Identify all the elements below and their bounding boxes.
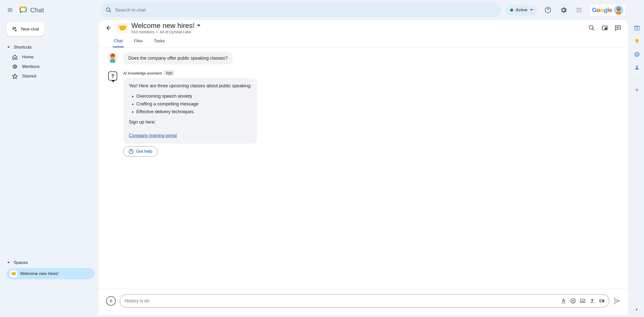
message-row: Does the company offer public speaking c…: [108, 52, 619, 64]
app-logo[interactable]: Chat: [18, 5, 44, 15]
tab-tasks[interactable]: Tasks: [153, 35, 166, 47]
chevron-down-icon: [7, 261, 10, 264]
google-account-badge[interactable]: Google: [589, 4, 626, 16]
chevron-down-icon: [530, 8, 533, 12]
svg-point-21: [113, 57, 114, 58]
svg-point-3: [577, 8, 578, 9]
back-button[interactable]: [103, 22, 114, 33]
help-icon: [129, 149, 134, 154]
svg-point-6: [577, 10, 578, 11]
gif-icon: GIF: [580, 298, 585, 304]
get-addons-button[interactable]: [634, 87, 640, 93]
user-avatar: [108, 53, 118, 63]
upload-icon: [589, 298, 595, 304]
svg-rect-17: [605, 27, 607, 29]
svg-point-5: [581, 8, 582, 9]
upload-button[interactable]: [589, 298, 595, 304]
nav-home-label: Home: [22, 55, 33, 60]
message-bubble: Does the company offer public speaking c…: [123, 52, 233, 64]
tab-chat[interactable]: Chat: [113, 35, 124, 47]
space-title: Welcome new hires!: [131, 22, 195, 30]
at-icon: [12, 64, 18, 69]
space-header: 🤝 Welcome new hires! 510 members • All o…: [99, 20, 628, 35]
space-subtitle: 510 members • All of Cymbal Labs: [131, 30, 201, 34]
new-chat-icon: [12, 26, 18, 32]
right-rail: 31: [630, 0, 644, 317]
svg-point-33: [636, 66, 638, 67]
spaces-header[interactable]: Spaces: [2, 258, 97, 268]
svg-point-7: [579, 10, 580, 11]
nav-home[interactable]: Home: [2, 52, 97, 62]
help-button[interactable]: [542, 5, 553, 16]
home-icon: [12, 54, 18, 60]
nav-starred-label: Starred: [22, 74, 36, 79]
gear-icon: [560, 7, 567, 13]
chevron-down-icon: [197, 24, 201, 28]
app-badge: App: [164, 70, 174, 75]
format-button[interactable]: [561, 298, 566, 304]
help-icon: [545, 7, 551, 13]
apps-icon: [576, 7, 582, 13]
svg-point-24: [572, 300, 573, 301]
chevron-down-icon: [7, 46, 10, 49]
ai-avatar: ?: [108, 71, 118, 81]
add-attachment-button[interactable]: [106, 296, 116, 306]
app-name: Chat: [30, 6, 44, 14]
messages-area: Does the company offer public speaking c…: [99, 48, 628, 289]
status-pill[interactable]: Active: [506, 5, 538, 16]
star-icon: [12, 73, 18, 79]
shortcuts-title: Shortcuts: [14, 45, 32, 50]
account-avatar[interactable]: [614, 6, 623, 15]
svg-point-10: [579, 12, 580, 13]
panel-icon: [601, 25, 608, 31]
new-chat-button[interactable]: New chat: [6, 22, 45, 36]
shortcuts-header[interactable]: Shortcuts: [2, 42, 97, 52]
space-item-label: Welcome new hires!: [20, 271, 59, 276]
arrow-left-icon: [105, 25, 112, 31]
svg-point-23: [571, 299, 575, 303]
format-icon: [561, 298, 566, 304]
composer-input-wrap[interactable]: GIF: [120, 294, 609, 307]
space-search-button[interactable]: [586, 22, 597, 33]
spaces-title: Spaces: [14, 260, 28, 265]
settings-button[interactable]: [558, 5, 569, 16]
video-button[interactable]: [599, 298, 605, 304]
send-button[interactable]: [613, 297, 620, 304]
composer-area: GIF: [99, 289, 628, 315]
space-header-emoji: 🤝: [117, 23, 128, 33]
gif-button[interactable]: GIF: [580, 298, 585, 304]
google-label: Google: [592, 7, 612, 14]
toggle-panel-button[interactable]: [599, 22, 610, 33]
space-item-welcome[interactable]: 🤝 Welcome new hires!: [7, 268, 95, 279]
contacts-app-icon[interactable]: [634, 64, 640, 70]
content-panel: 🤝 Welcome new hires! 510 members • All o…: [99, 20, 628, 315]
apps-button[interactable]: [574, 5, 585, 16]
new-chat-label: New chat: [21, 27, 39, 32]
left-sidebar: Chat New chat Shortcuts Home Mentions St…: [0, 0, 99, 317]
calendar-app-icon[interactable]: 31: [634, 25, 640, 31]
nav-starred[interactable]: Starred: [2, 71, 97, 81]
space-emoji-icon: 🤝: [10, 270, 17, 277]
space-title-dropdown[interactable]: Welcome new hires!: [131, 22, 201, 30]
tasks-app-icon[interactable]: [634, 51, 640, 57]
svg-point-8: [581, 10, 582, 11]
main-menu-button[interactable]: [4, 4, 16, 16]
keep-app-icon[interactable]: [634, 38, 640, 44]
get-help-button[interactable]: Get help: [123, 146, 157, 157]
search-icon: [588, 25, 595, 31]
thread-button[interactable]: [612, 22, 623, 33]
composer-input[interactable]: [125, 298, 558, 304]
training-portal-link[interactable]: Company training portal: [129, 133, 177, 138]
ai-message-bubble: Yes! Here are three upcoming classes abo…: [123, 78, 257, 144]
svg-point-13: [617, 7, 621, 11]
message-row-ai: ? AI knowledge assistant App Yes! Here a…: [108, 70, 619, 157]
nav-mentions[interactable]: Mentions: [2, 62, 97, 71]
chat-icon: [615, 25, 621, 31]
emoji-button[interactable]: [570, 298, 576, 304]
side-panel-toggle[interactable]: [634, 306, 640, 312]
tab-files[interactable]: Files: [133, 35, 144, 47]
plus-icon: [108, 298, 113, 303]
search-input[interactable]: [115, 7, 496, 13]
get-help-label: Get help: [136, 149, 152, 154]
search-box[interactable]: [101, 3, 501, 17]
